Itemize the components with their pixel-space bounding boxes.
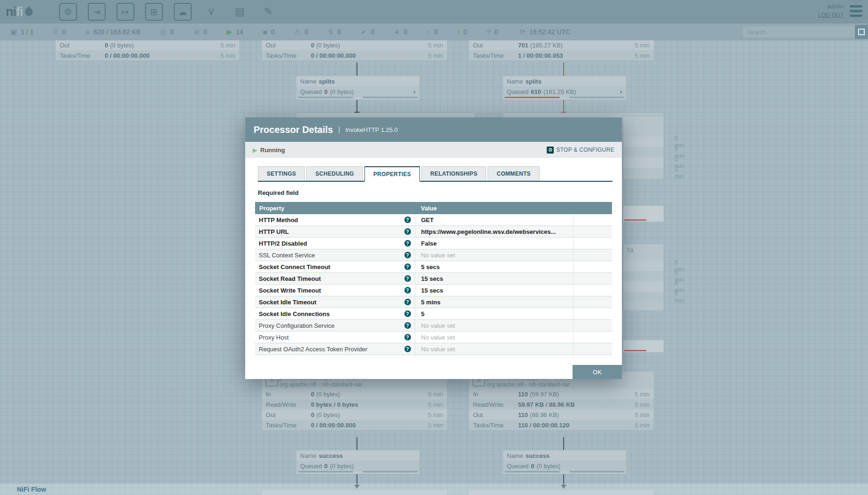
- status-remote-ports: ⠿0: [53, 28, 66, 36]
- remote-process-group-icon[interactable]: ☁: [174, 3, 192, 21]
- stat-window: 5 min: [635, 391, 650, 398]
- load-balance-icon: ◑: [619, 88, 622, 95]
- property-extra-cell: [573, 320, 612, 332]
- stat-row: 5 min: [623, 147, 664, 157]
- queued-extra: (0 bytes): [537, 463, 561, 470]
- connection-queued-row: Queued 0 (0 bytes): [503, 461, 626, 471]
- stat-window: 5 min: [635, 401, 650, 408]
- output-port-icon[interactable]: ↦: [116, 3, 134, 21]
- help-icon[interactable]: ?: [404, 252, 411, 258]
- search-options-button[interactable]: [855, 25, 868, 39]
- stat-window: 5 min: [220, 52, 235, 59]
- help-icon[interactable]: ?: [404, 263, 411, 270]
- template-icon[interactable]: ▤: [231, 3, 249, 21]
- title-separator: |: [338, 125, 340, 134]
- logout-link[interactable]: LOG OUT: [818, 11, 844, 19]
- help-icon[interactable]: ?: [404, 217, 411, 223]
- property-row: Request OAuth2 Access Token Provider?No …: [255, 343, 612, 355]
- disabled-icon: ↯: [328, 28, 334, 36]
- stat-value: 0: [311, 391, 314, 398]
- stat-label: Out: [473, 42, 518, 49]
- property-row: Socket Write Timeout?15 secs: [255, 285, 612, 296]
- stat-label: Tasks/Time: [266, 52, 311, 59]
- refresh-icon[interactable]: ⟳: [519, 28, 526, 36]
- input-port-icon[interactable]: ⇥: [88, 3, 106, 21]
- connection-name-row: Name splits: [503, 76, 626, 86]
- status-disabled: ↯0: [328, 28, 341, 36]
- user-box: admin LOG OUT: [818, 2, 844, 19]
- app-toolbar: nifi ⚙⇥↦⊞☁⋎▤✎ admin LOG OUT: [0, 0, 868, 23]
- help-icon[interactable]: ?: [404, 346, 411, 352]
- processor-icon[interactable]: ⚙: [59, 3, 77, 21]
- property-row: HTTP/2 Disabled?False: [255, 238, 612, 249]
- current-user: admin: [818, 2, 844, 11]
- stat-extra: (88.96 KB): [530, 411, 559, 418]
- tab-scheduling[interactable]: SCHEDULING: [306, 166, 363, 181]
- component-palette: ⚙⇥↦⊞☁⋎▤✎: [59, 3, 278, 21]
- ok-button[interactable]: OK: [573, 365, 622, 379]
- table-header-row: Property Value: [255, 202, 612, 214]
- status-locally-modified: ∗0: [394, 28, 407, 36]
- queued-label: Queued: [300, 88, 322, 95]
- tab-properties[interactable]: PROPERTIES: [364, 166, 420, 182]
- tab-comments[interactable]: COMMENTS: [488, 166, 539, 181]
- funnel-icon[interactable]: ⋎: [202, 3, 220, 21]
- help-icon[interactable]: ?: [404, 228, 411, 235]
- connection-name-row: Name success: [296, 450, 419, 461]
- property-label: Socket Write Timeout: [259, 287, 321, 294]
- remote-ports-icon: ⠿: [53, 28, 58, 36]
- help-icon[interactable]: ?: [404, 240, 411, 247]
- search-input[interactable]: [743, 26, 855, 38]
- sync-failure-icon: ?: [487, 28, 490, 36]
- stat-label: Tasks/Time: [60, 52, 105, 59]
- stat-window: 5 min: [635, 422, 650, 429]
- cluster-icon: ▣: [10, 28, 17, 36]
- property-value-cell: 5: [415, 308, 573, 320]
- connection-name-value: success: [319, 452, 343, 459]
- stat-row: Out0(0 bytes)5 min: [55, 40, 240, 50]
- property-value-cell: No value set: [415, 343, 573, 355]
- stat-value: 110: [518, 391, 528, 398]
- global-menu-button[interactable]: [850, 5, 862, 17]
- help-icon[interactable]: ?: [404, 334, 411, 340]
- status-up-to-date: ✔0: [361, 28, 374, 36]
- status-sync-failure: ?0: [487, 28, 498, 36]
- stat-window: 5 min: [635, 411, 650, 418]
- tab-settings[interactable]: SETTINGS: [258, 166, 305, 181]
- stat-window: 5 min: [428, 52, 443, 59]
- stat-label: Out: [60, 42, 105, 49]
- properties-table-scroll[interactable]: Property Value HTTP Method?GETHTTP URL?h…: [255, 202, 612, 357]
- help-icon[interactable]: ?: [404, 322, 411, 329]
- property-extra-cell: [573, 261, 612, 273]
- property-label: Socket Read Timeout: [259, 275, 321, 282]
- tab-relationships[interactable]: RELATIONSHIPS: [421, 166, 486, 181]
- status-modified-stale: !0: [457, 28, 467, 36]
- stat-row: Tasks/Time0 / 00:00:00.0005 min: [262, 50, 447, 61]
- help-icon[interactable]: ?: [404, 287, 411, 294]
- stat-value: 0: [311, 411, 314, 418]
- help-icon[interactable]: ?: [404, 275, 411, 282]
- property-label: Socket Connect Timeout: [259, 263, 330, 271]
- stat-extra: (185.27 KB): [530, 42, 563, 49]
- process-group-icon[interactable]: ⊞: [145, 3, 163, 21]
- property-row: HTTP URL?https://www.pegelonline.wsv.de/…: [255, 226, 612, 238]
- property-value-cell: https://www.pegelonline.wsv.de/webservic…: [415, 226, 573, 238]
- backpressure-bars: [296, 97, 419, 100]
- stop-and-configure-button[interactable]: ⚙ STOP & CONFIGURE: [547, 147, 614, 154]
- property-extra-cell: [573, 214, 612, 226]
- queued-extra: (161.25 KB): [543, 88, 576, 95]
- help-icon[interactable]: ?: [404, 310, 411, 317]
- label-icon[interactable]: ✎: [260, 3, 278, 21]
- connection-label-alert: Name splits Queued 610 (161.25 KB) ◑: [503, 76, 627, 100]
- help-icon[interactable]: ?: [404, 299, 411, 305]
- modified-stale-icon: !: [457, 28, 459, 36]
- property-extra-cell: [573, 273, 612, 285]
- stat-row: Read/Write0 bytes / 0 bytes5 min: [262, 399, 447, 410]
- queued-value: 0: [324, 88, 327, 95]
- status-value: 14: [236, 28, 243, 36]
- property-label: Socket Idle Timeout: [259, 299, 317, 306]
- connection-label-fragment: [623, 205, 664, 222]
- property-extra-cell: [573, 238, 612, 249]
- stat-label: Tasks/Time: [473, 422, 518, 429]
- stat-label: Tasks/Time: [266, 422, 311, 429]
